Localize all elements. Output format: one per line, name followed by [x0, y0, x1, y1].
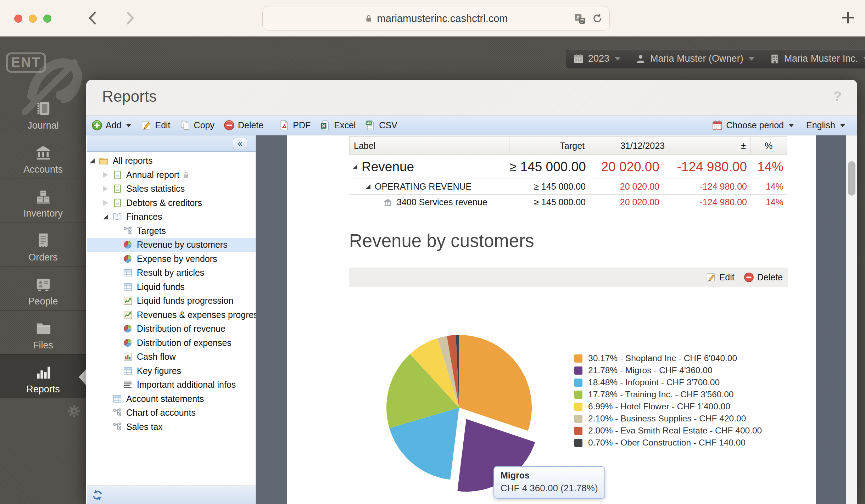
sidebar-item-inventory[interactable]: Inventory — [0, 179, 86, 223]
tree-item-label: Targets — [137, 226, 166, 236]
delete-button[interactable]: Delete — [219, 118, 268, 133]
page-title: Reports — [102, 88, 157, 105]
refresh-icon[interactable] — [92, 489, 103, 501]
tree-item-revenue-by-customers[interactable]: Revenue by customers — [87, 238, 256, 252]
legend-item[interactable]: 0.70% - Ober Construction - CHF 140.00 — [574, 437, 762, 449]
company-menu-label: Maria Muster Inc. — [784, 53, 858, 64]
legend-item[interactable]: 2.00% - Eva Smith Real Estate - CHF 400.… — [574, 425, 762, 437]
sidebar-item-orders[interactable]: Orders — [0, 223, 86, 267]
new-tab-icon[interactable] — [839, 9, 856, 26]
legend-label: 0.70% - Ober Construction - CHF 140.00 — [588, 438, 746, 448]
sidebar-item-reports[interactable]: Reports — [0, 354, 86, 398]
tree-item-distribution-of-revenue[interactable]: Distribution of revenue — [87, 322, 256, 336]
pdf-label: PDF — [293, 120, 311, 130]
browser-forward-icon[interactable] — [121, 10, 138, 26]
collapse-arrow-icon[interactable] — [103, 214, 108, 219]
table-icon — [112, 394, 122, 404]
sidebar-item-label: Inventory — [23, 208, 63, 219]
expand-arrow-icon[interactable] — [103, 186, 108, 192]
fiscal-year-button[interactable]: 2023 — [566, 49, 628, 68]
tree-item-targets[interactable]: Targets — [87, 224, 256, 238]
tree-item-cash-flow[interactable]: Cash flow — [87, 350, 256, 364]
legend-item[interactable]: 17.78% - Training Inc. - CHF 3'560.00 — [574, 388, 762, 401]
tooltip-title: Migros — [501, 470, 598, 481]
excel-button[interactable]: Excel — [315, 118, 360, 133]
edit-button[interactable]: Edit — [136, 118, 175, 133]
tree-item-result-by-articles[interactable]: Result by articles — [87, 266, 256, 280]
legend-item[interactable]: 18.48% - Infopoint - CHF 3'700.00 — [574, 376, 762, 388]
language-button[interactable]: English — [802, 118, 850, 133]
tree-item-key-figures[interactable]: Key figures — [87, 364, 256, 378]
add-button[interactable]: Add — [87, 118, 136, 133]
legend-item[interactable]: 6.99% - Hotel Flower - CHF 1'400.00 — [574, 401, 762, 413]
tree-item-expense-by-vendors[interactable]: Expense by vendors — [87, 252, 256, 266]
csv-button[interactable]: CSV CSV — [360, 118, 402, 133]
report-page: LabelTarget31/12/2023±% Revenue≥ 145 000… — [287, 135, 816, 504]
tree-item-liquid-funds-progression[interactable]: Liquid funds progression — [87, 294, 256, 308]
tree-item-account-statements[interactable]: Account statements — [87, 392, 256, 406]
tree-item-label: Account statements — [126, 394, 204, 404]
help-icon[interactable]: ? — [833, 89, 842, 104]
vertical-scrollbar[interactable] — [846, 135, 857, 504]
app-background: 2023 Maria Muster (Owner) Maria Muster I… — [0, 37, 865, 504]
collapse-arrow-icon[interactable] — [90, 158, 95, 163]
scrollbar-thumb[interactable] — [848, 161, 855, 196]
choose-period-button[interactable]: Choose period — [707, 118, 799, 133]
collapse-tree-button[interactable]: « — [233, 138, 247, 149]
expand-arrow-icon[interactable] — [103, 172, 108, 178]
sidebar-item-label: Files — [33, 340, 53, 351]
tree-item-annual-report[interactable]: Annual report — [87, 168, 256, 182]
sidebar-item-files[interactable]: Files — [0, 310, 86, 354]
report-viewport: LabelTarget31/12/2023±% Revenue≥ 145 000… — [256, 135, 857, 504]
calendar-icon — [573, 54, 584, 64]
tree-item-all-reports[interactable]: All reports — [87, 154, 256, 168]
sidebar-item-people[interactable]: People — [0, 267, 86, 310]
close-window-button[interactable] — [14, 15, 22, 23]
session-toolbar: 2023 Maria Muster (Owner) Maria Muster I… — [566, 49, 865, 68]
zoom-window-button[interactable] — [43, 15, 51, 23]
legend-item[interactable]: 2.10% - Business Supplies - CHF 420.00 — [574, 413, 762, 425]
pdf-button[interactable]: PDF — [274, 118, 315, 133]
browser-back-icon[interactable] — [85, 10, 101, 26]
tree-item-sales-tax[interactable]: Sales tax — [87, 420, 256, 434]
legend-item[interactable]: 21.78% - Migros - CHF 4'360.00 — [574, 364, 762, 376]
minimize-window-button[interactable] — [29, 15, 37, 23]
tree-item-liquid-funds[interactable]: Liquid funds — [87, 280, 256, 294]
legend-swatch — [574, 391, 582, 399]
tree-item-label: Debtors & creditors — [126, 198, 202, 208]
legend-swatch — [574, 379, 582, 387]
delete-label: Delete — [238, 120, 263, 130]
tree-item-important-additional-infos[interactable]: Important additional infos — [87, 378, 256, 392]
sidebar-item-journal[interactable]: Journal — [0, 91, 86, 135]
reload-icon[interactable] — [592, 13, 603, 24]
chart-tooltip: Migros CHF 4 360.00 (21.78%) — [493, 466, 605, 499]
copy-button[interactable]: Copy — [175, 118, 219, 133]
tree-item-finances[interactable]: Finances — [87, 210, 256, 224]
legend-label: 17.78% - Training Inc. - CHF 3'560.00 — [588, 390, 734, 399]
sidebar-gear-icon[interactable] — [67, 404, 81, 418]
tree-item-chart-of-accounts[interactable]: Chart of accounts — [87, 406, 256, 420]
tree-item-revenues-expenses-progression[interactable]: Revenues & expenses progression — [87, 308, 256, 322]
translate-icon[interactable]: A — [574, 12, 586, 24]
user-menu-button[interactable]: Maria Muster (Owner) — [628, 49, 762, 68]
table-icon — [123, 366, 133, 376]
company-menu-button[interactable]: Maria Muster Inc. — [762, 49, 865, 68]
tree-item-label: Important additional infos — [137, 380, 236, 390]
lock-icon — [182, 171, 190, 179]
tree-item-sales-statistics[interactable]: Sales statistics — [87, 182, 256, 196]
excel-label: Excel — [334, 120, 356, 130]
expand-arrow-icon[interactable] — [103, 200, 108, 206]
chevron-down-icon — [840, 124, 846, 127]
legend-item[interactable]: 30.17% - Shopland Inc - CHF 6'040.00 — [574, 352, 762, 364]
pie-slice-shopland-inc[interactable] — [459, 335, 532, 431]
sidebar-item-accounts[interactable]: Accounts — [0, 135, 86, 179]
tree-item-distribution-of-expenses[interactable]: Distribution of expenses — [87, 336, 256, 350]
folder-icon — [99, 156, 108, 166]
legend-label: 2.10% - Business Supplies - CHF 420.00 — [588, 414, 746, 424]
accounts-icon — [35, 144, 51, 161]
address-bar[interactable]: mariamusterinc.cashctrl.com A — [262, 6, 610, 31]
revenue-pie-chart[interactable] — [287, 135, 816, 504]
files-icon — [35, 320, 51, 336]
tree-item-label: Finances — [126, 212, 162, 222]
tree-item-debtors-creditors[interactable]: Debtors & creditors — [87, 196, 256, 210]
